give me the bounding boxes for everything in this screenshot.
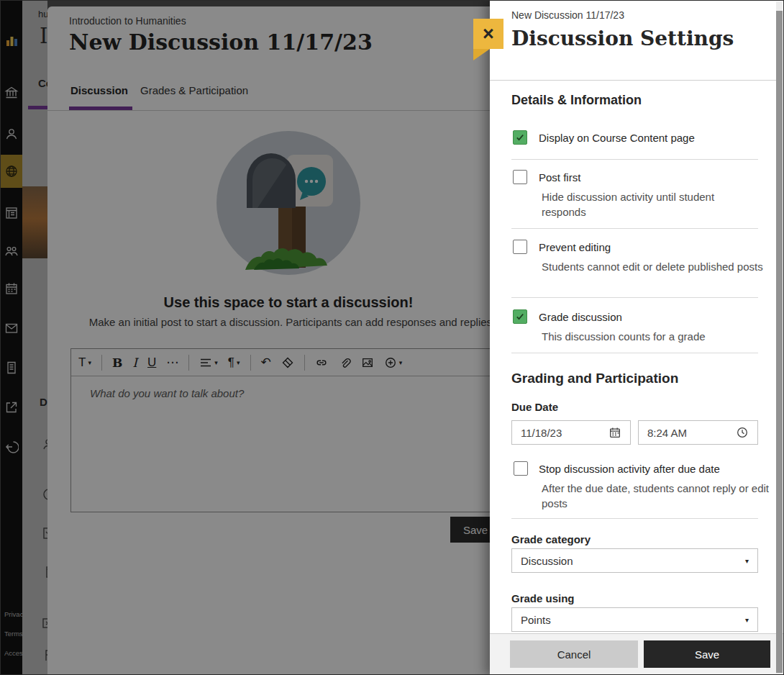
- grade-category-value: Discussion: [521, 555, 573, 567]
- checkbox-prevent-editing[interactable]: [513, 240, 527, 254]
- row-divider: [511, 353, 758, 353]
- grade-category-select[interactable]: Discussion ▾: [511, 548, 758, 573]
- row-label: Display on Course Content page: [539, 132, 695, 144]
- checkbox-post-first[interactable]: [513, 170, 527, 184]
- settings-context-title: New Discussion 11/17/23: [511, 9, 624, 21]
- due-time-input[interactable]: 8:24 AM: [638, 420, 758, 445]
- row-divider: [511, 297, 758, 298]
- settings-footer: Cancel Save: [490, 633, 784, 675]
- save-button[interactable]: Save: [644, 640, 770, 668]
- settings-title: Discussion Settings: [511, 27, 734, 50]
- row-divider: [511, 159, 758, 160]
- modal-dim-overlay[interactable]: [1, 1, 490, 674]
- check-icon: [515, 132, 525, 142]
- row-divider: [511, 228, 758, 229]
- row-label: Grade discussion: [539, 311, 622, 323]
- caret-down-icon: ▾: [745, 616, 749, 624]
- row-divider: [511, 518, 758, 519]
- due-date-value: 11/18/23: [521, 427, 562, 439]
- close-panel-button[interactable]: ×: [473, 19, 503, 49]
- caret-down-icon: ▾: [745, 557, 749, 565]
- row-subtext: Hide discussion activity until student r…: [542, 189, 754, 220]
- grade-using-label: Grade using: [511, 592, 575, 604]
- row-label: Prevent editing: [539, 241, 611, 253]
- grade-using-value: Points: [521, 614, 551, 626]
- checkbox-grade-discussion[interactable]: [513, 309, 527, 324]
- scrollbar-thumb[interactable]: [776, 11, 783, 673]
- close-icon: ×: [483, 23, 494, 45]
- section-grading-participation: Grading and Participation: [511, 371, 678, 386]
- vertical-scrollbar[interactable]: [776, 1, 783, 675]
- header-divider: [490, 80, 776, 81]
- due-date-input[interactable]: 11/18/23: [511, 420, 631, 445]
- close-button-tail: [473, 49, 490, 60]
- check-icon: [515, 312, 525, 322]
- row-subtext: This discussion counts for a grade: [542, 329, 772, 344]
- cancel-button[interactable]: Cancel: [510, 640, 638, 668]
- screen: Privacy Terms Accessibility hu I Co D In…: [0, 0, 784, 675]
- row-subtext: Students cannot edit or delete published…: [542, 259, 765, 274]
- due-time-value: 8:24 AM: [647, 427, 687, 439]
- checkbox-stop-after-due-date[interactable]: [514, 461, 528, 476]
- row-label: Post first: [539, 171, 580, 184]
- row-label: Stop discussion activity after due date: [539, 463, 720, 475]
- calendar-icon[interactable]: [608, 426, 621, 439]
- grade-using-select[interactable]: Points ▾: [511, 607, 758, 632]
- clock-icon[interactable]: [736, 426, 749, 439]
- row-subtext: After the due date, students cannot repl…: [542, 481, 783, 512]
- grade-category-label: Grade category: [511, 533, 591, 545]
- discussion-settings-panel: New Discussion 11/17/23 Discussion Setti…: [490, 1, 784, 675]
- checkbox-display-on-course-content[interactable]: [513, 130, 527, 145]
- section-details-information: Details & Information: [511, 93, 642, 108]
- due-date-label: Due Date: [511, 401, 558, 413]
